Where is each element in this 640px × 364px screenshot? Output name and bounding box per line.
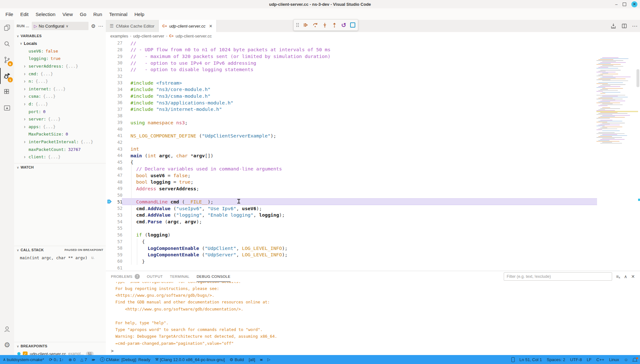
status-bar-item[interactable]: 0 [69,357,76,362]
code-editor[interactable]: 27 // 28 // - UDP flow from n0 to n1 of … [106,40,640,271]
breakpoints-header[interactable]: ∨ BREAKPOINTS [14,342,106,350]
code-line[interactable]: 54 cmd.Parse (argc, argv); [106,218,640,225]
chevron-right-icon[interactable]: › [23,78,26,84]
gutter[interactable] [106,73,114,79]
status-bar-item[interactable] [633,358,637,361]
menu-item[interactable]: Help [131,10,148,18]
chevron-up-icon[interactable]: ∧ [624,274,627,279]
status-bar-item[interactable]: 0↓ 1↑ [49,357,64,362]
split-editor-icon[interactable] [621,23,627,29]
code-line[interactable]: 36 #include "ns3/applications-module.h" [106,99,640,106]
code-line[interactable]: 61 [106,265,640,271]
debug-console-output[interactable]: Type "show configuration" for configurat… [106,282,640,347]
stop-icon[interactable] [350,22,355,28]
code-line[interactable]: 39 using namespace ns3; [106,119,640,126]
code-line[interactable]: 27 // [106,40,640,46]
menu-item[interactable]: View [59,10,76,18]
status-bar-item[interactable]: Ln 51, Col 1 [519,357,542,362]
gutter[interactable] [106,145,114,152]
status-bar-item[interactable]: C++ [596,357,604,362]
gutter[interactable] [106,112,114,119]
tab-close-icon[interactable]: ✕ [209,24,213,29]
code-line[interactable]: 41 NS_LOG_COMPONENT_DEFINE ("UdpClientSe… [106,132,640,139]
menu-item[interactable]: Terminal [106,10,131,18]
code-line[interactable]: 38 [106,112,640,119]
breadcrumb-item[interactable]: examples [110,34,128,38]
chevron-right-icon[interactable]: › [23,63,26,69]
gutter[interactable] [106,225,114,232]
console-prompt[interactable]: > [111,348,114,353]
more-actions-icon[interactable]: ⋯ [98,23,103,29]
step-into-icon[interactable] [322,22,328,28]
code-line[interactable]: 44 main (int argc, char *argv[]) [106,152,640,159]
panel-tab[interactable]: OUTPUT [147,271,163,282]
chevron-right-icon[interactable]: › [23,116,26,122]
menu-item[interactable]: Go [76,10,90,18]
status-bar-item[interactable]: Linux [609,357,619,362]
desktop-download-icon[interactable] [610,23,617,29]
variable-row[interactable]: port 0 [14,108,106,115]
status-bar-item[interactable]: Spaces: 2 [547,357,565,362]
gutter[interactable] [106,258,114,265]
code-line[interactable]: 33 #include <fstream> [106,79,640,86]
code-line[interactable]: 55 [106,225,640,232]
code-line[interactable]: 48 bool logging = true; [106,178,640,185]
code-line[interactable]: 49 Address serverAddress; [106,185,640,192]
code-line[interactable]: 30 // - option to use IPv4 or IPv6 addre… [106,60,640,66]
stack-frame[interactable]: main(int argc, char ** argv) u. [14,254,106,261]
menu-item[interactable]: Selection [32,10,59,18]
more-actions-icon[interactable]: ⋯ [632,23,637,29]
gutter[interactable] [106,198,114,205]
code-line[interactable]: 51 CommandLine cmd (__FILE__); [106,198,640,205]
start-debug-icon[interactable]: ▷ [34,24,37,29]
variable-row[interactable]: › n {...} [14,78,106,85]
extensions-icon[interactable] [0,84,14,100]
variable-row[interactable]: logging true [14,55,106,62]
code-line[interactable]: 29 // - maximum of 320 packets sent (or … [106,53,640,60]
status-bar-item[interactable]: LF [587,357,592,362]
variables-header[interactable]: ∨ VARIABLES [14,32,106,40]
gutter[interactable] [106,252,114,258]
code-line[interactable]: 50 [106,192,640,199]
settings-gear-icon[interactable]: ⚙ [0,337,14,353]
code-line[interactable]: 46 // Declare variables used in command-… [106,165,640,172]
variable-row[interactable]: MaxPacketSize 0 [14,130,106,138]
gutter[interactable] [106,238,114,245]
gutter[interactable] [106,245,114,252]
gutter[interactable] [106,106,114,112]
variable-row[interactable]: › client {...} [14,153,106,161]
gutter[interactable] [106,232,114,238]
menu-item[interactable]: File [2,10,17,18]
gutter[interactable] [106,212,114,219]
code-line[interactable]: 56 if (logging) [106,232,640,238]
source-control-icon[interactable]: 6 [0,52,14,68]
code-line[interactable]: 57 { [106,238,640,245]
step-out-icon[interactable] [332,22,337,28]
chevron-right-icon[interactable]: › [23,124,26,130]
variable-row[interactable]: › cmd {...} [14,70,106,78]
gutter[interactable] [106,265,114,271]
status-bar-item[interactable] [92,358,95,361]
variable-row[interactable]: › serverAddress {...} [14,62,106,70]
maximize-icon[interactable] [623,3,626,6]
chevron-right-icon[interactable]: › [23,86,26,92]
status-bar-item[interactable]: UTF-8 [570,357,582,362]
variable-row[interactable]: maxPacketCount 32767 [14,145,106,153]
restart-icon[interactable]: ↺ [341,22,346,28]
panel-tab[interactable]: PROBLEMS 7 [111,271,140,282]
status-bar-item[interactable]: 7 [80,357,87,362]
breadcrumb-item[interactable]: udp-client-server [133,34,164,38]
call-stack-header[interactable]: ∨ CALL STACK PAUSED ON BREAKPOINT [14,246,106,254]
variable-row[interactable]: › interPacketInterval {...} [14,138,106,146]
minimize-icon[interactable]: – [615,2,618,6]
continue-icon[interactable] [303,22,308,28]
code-line[interactable]: 32 [106,73,640,79]
code-line[interactable]: 60 } [106,258,640,265]
explorer-icon[interactable] [0,20,14,36]
variable-row[interactable]: › d {...} [14,100,106,108]
status-bar-item[interactable] [267,357,270,362]
cmake-icon[interactable] [0,100,14,116]
gutter[interactable] [106,218,114,225]
code-line[interactable]: 34 #include "ns3/core-module.h" [106,86,640,93]
gutter[interactable] [106,205,114,212]
